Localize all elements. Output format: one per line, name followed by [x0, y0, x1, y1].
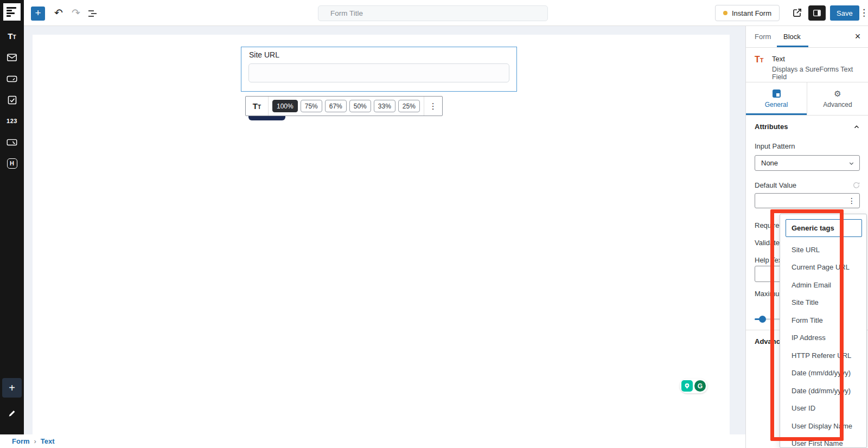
tag-item-date-ddmmyyyy[interactable]: Date (dd/mm/yyyy)	[780, 382, 866, 400]
tag-item-form-title[interactable]: Form Title	[780, 311, 866, 329]
selected-text-block[interactable]: Site URL	[241, 47, 517, 92]
generic-tags-header[interactable]: Generic tags	[786, 219, 862, 237]
active-tab-underline	[777, 46, 808, 47]
form-canvas[interactable]	[33, 35, 730, 434]
settings-tabs: General ⚙ Advanced	[746, 82, 868, 116]
text-block-icon: TT	[755, 55, 764, 65]
general-tab-icon	[773, 89, 781, 98]
close-icon[interactable]: ×	[852, 31, 864, 43]
number-field-icon[interactable]: 123	[5, 114, 18, 127]
reset-cycle-icon[interactable]	[852, 181, 860, 189]
url-field-icon[interactable]	[5, 72, 18, 85]
grammarly-g-icon[interactable]: G	[694, 380, 706, 392]
preview-external-link-icon[interactable]	[791, 7, 803, 19]
block-toolbar: TT 100% 75% 67% 50% 33% 25% ⋮	[245, 96, 443, 116]
field-type-icons: TT 123	[0, 30, 24, 170]
chevron-down-icon	[848, 160, 855, 167]
heading-field-icon[interactable]: H	[5, 157, 18, 170]
width-options: 100% 75% 67% 50% 33% 25%	[269, 97, 424, 116]
block-type-button[interactable]: TT	[246, 97, 269, 116]
instant-form-dot-icon	[723, 11, 727, 15]
redo-button[interactable]: ↷	[68, 5, 84, 21]
block-breadcrumb: Form › Text	[0, 434, 745, 448]
sureforms-editor: TT 123	[0, 0, 868, 448]
left-field-rail: TT 123	[0, 0, 24, 434]
width-25-button[interactable]: 25%	[398, 100, 420, 112]
block-options-button[interactable]: ⋮	[424, 97, 442, 116]
tab-block[interactable]: Block	[783, 33, 801, 41]
breadcrumb-separator: ›	[34, 437, 36, 445]
list-view-button[interactable]	[86, 7, 99, 20]
checkbox-field-icon[interactable]	[5, 93, 18, 106]
breadcrumb-form[interactable]: Form	[12, 437, 30, 445]
gear-icon: ⚙	[834, 89, 841, 98]
width-33-button[interactable]: 33%	[374, 100, 395, 112]
field-input-preview[interactable]	[248, 63, 509, 82]
width-75-button[interactable]: 75%	[301, 100, 322, 112]
instant-form-label: Instant Form	[732, 9, 771, 17]
tab-form[interactable]: Form	[755, 33, 771, 41]
tag-item-ip-address[interactable]: IP Address	[780, 329, 866, 347]
block-description: Displays a SureForms Text Field	[772, 66, 868, 81]
slider-thumb[interactable]	[759, 316, 766, 323]
block-info-card: TT Text Displays a SureForms Text Field	[746, 48, 868, 82]
input-pattern-select[interactable]: None	[755, 155, 860, 171]
undo-button[interactable]: ↶	[51, 5, 66, 21]
attributes-panel-header[interactable]: Attributes	[746, 116, 868, 137]
tags-menu-trigger-icon[interactable]: ⋮	[848, 196, 856, 205]
sureforms-logo-icon[interactable]	[3, 3, 21, 21]
editor-topbar: + ↶ ↷ Instant Form Save ⋮	[24, 0, 868, 26]
tag-item-site-title[interactable]: Site Title	[780, 294, 866, 312]
suggestion-bulb-icon[interactable]	[681, 380, 693, 392]
text-field-icon[interactable]: TT	[5, 30, 18, 43]
sidebar-header: Form Block ×	[746, 26, 868, 48]
input-pattern-label: Input Pattern	[755, 142, 795, 150]
tag-item-user-id[interactable]: User ID	[780, 400, 866, 418]
edit-pencil-icon[interactable]	[5, 407, 18, 420]
required-label: Required	[755, 221, 783, 229]
tag-item-current-page-url[interactable]: Current Page URL	[780, 259, 866, 277]
attributes-title: Attributes	[755, 123, 788, 131]
form-title-input[interactable]	[318, 5, 548, 21]
width-50-button[interactable]: 50%	[349, 100, 371, 112]
tab-general[interactable]: General	[746, 82, 807, 115]
width-100-button[interactable]: 100%	[272, 100, 298, 112]
tag-item-user-first-name[interactable]: User First Name	[780, 435, 866, 448]
width-67-button[interactable]: 67%	[325, 100, 347, 112]
tag-item-admin-email[interactable]: Admin Email	[780, 276, 866, 294]
instant-form-button[interactable]: Instant Form	[715, 5, 780, 21]
smart-tags-menu: Generic tags Site URL Current Page URL A…	[780, 214, 867, 448]
settings-sidebar-toggle-button[interactable]	[808, 5, 826, 21]
tag-item-site-url[interactable]: Site URL	[780, 241, 866, 259]
tag-item-user-display-name[interactable]: User Display Name	[780, 417, 866, 435]
tags-list: Site URL Current Page URL Admin Email Si…	[780, 241, 866, 448]
chevron-up-icon	[853, 123, 860, 131]
tag-item-http-referer-url[interactable]: HTTP Referer URL	[780, 347, 866, 364]
options-menu-button[interactable]: ⋮	[859, 5, 868, 21]
default-value-input[interactable]: ⋮	[755, 193, 860, 208]
tag-item-date-mmddyyyy[interactable]: Date (mm/dd/yyyy)	[780, 364, 866, 382]
default-value-label: Default Value	[755, 181, 796, 189]
breadcrumb-text[interactable]: Text	[41, 437, 55, 445]
grammarly-widget: G	[680, 379, 707, 393]
block-inserter-button[interactable]: +	[31, 7, 45, 21]
email-field-icon[interactable]	[5, 51, 18, 64]
phone-field-icon[interactable]	[5, 136, 18, 149]
tab-advanced[interactable]: ⚙ Advanced	[807, 82, 868, 115]
block-title: Text	[772, 55, 785, 63]
save-button[interactable]: Save	[830, 5, 859, 21]
add-field-button[interactable]: +	[2, 378, 22, 398]
field-label[interactable]: Site URL	[249, 50, 279, 59]
